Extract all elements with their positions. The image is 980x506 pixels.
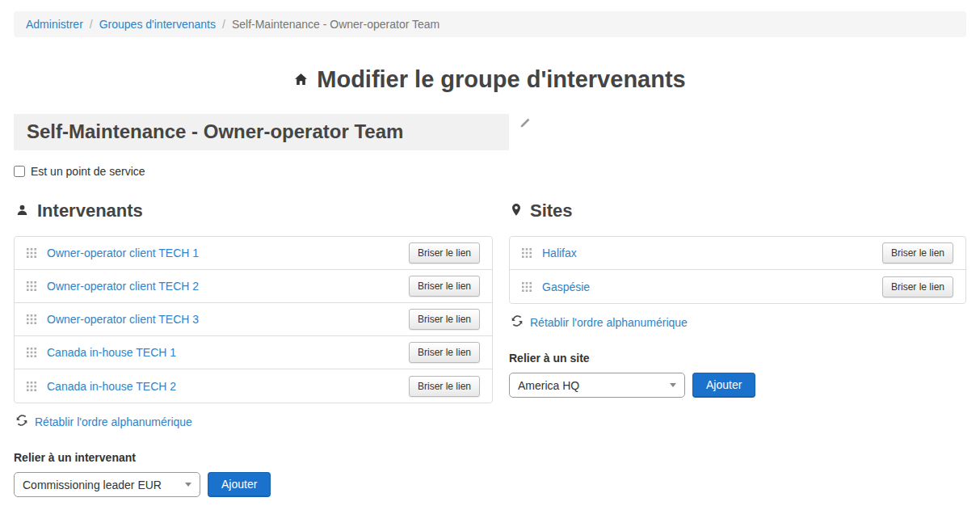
- sites-header: Sites: [509, 200, 966, 221]
- intervenant-link[interactable]: Canada in-house TECH 1: [47, 346, 176, 359]
- sites-title: Sites: [530, 200, 573, 221]
- sites-reset-order: Rétablir l'ordre alphanumérique: [509, 315, 966, 330]
- intervenant-select-wrap: Commissioning leader EUR: [14, 472, 200, 497]
- site-link[interactable]: Gaspésie: [542, 280, 590, 293]
- intervenant-select[interactable]: Commissioning leader EUR: [14, 472, 200, 497]
- intervenant-link[interactable]: Owner-operator client TECH 2: [47, 280, 199, 293]
- sites-list: Halifax Briser le lien Gaspésie Briser l…: [509, 236, 966, 304]
- unlink-button[interactable]: Briser le lien: [409, 276, 480, 297]
- map-pin-icon: [511, 200, 521, 221]
- drag-handle-icon[interactable]: [27, 281, 36, 291]
- unlink-button[interactable]: Briser le lien: [409, 376, 480, 397]
- add-intervenant-button[interactable]: Ajouter: [208, 472, 271, 497]
- intervenants-title: Intervenants: [37, 200, 143, 221]
- pencil-icon[interactable]: [519, 117, 531, 133]
- relier-intervenant-label: Relier à un intervenant: [14, 451, 493, 464]
- intervenant-row: Canada in-house TECH 1 Briser le lien: [15, 336, 492, 369]
- site-select-wrap: America HQ: [509, 373, 685, 398]
- sites-reset-order-link[interactable]: Rétablir l'ordre alphanumérique: [530, 316, 688, 329]
- site-select[interactable]: America HQ: [509, 373, 685, 398]
- unlink-button[interactable]: Briser le lien: [409, 242, 480, 264]
- unlink-button[interactable]: Briser le lien: [882, 276, 953, 297]
- add-site-button[interactable]: Ajouter: [692, 373, 755, 398]
- refresh-icon: [16, 415, 27, 429]
- service-point-checkbox[interactable]: [14, 166, 25, 177]
- drag-handle-icon[interactable]: [27, 382, 36, 391]
- person-icon: [16, 200, 28, 221]
- drag-handle-icon[interactable]: [522, 248, 532, 258]
- group-name-section: Self-Maintenance - Owner-operator Team: [14, 114, 966, 150]
- intervenant-row: Owner-operator client TECH 2 Briser le l…: [15, 270, 492, 303]
- service-point-label: Est un point de service: [31, 165, 145, 178]
- unlink-button[interactable]: Briser le lien: [409, 309, 480, 330]
- drag-handle-icon[interactable]: [27, 348, 36, 357]
- drag-handle-icon[interactable]: [27, 314, 36, 324]
- group-name[interactable]: Self-Maintenance - Owner-operator Team: [14, 114, 509, 150]
- drag-handle-icon[interactable]: [27, 248, 36, 258]
- intervenants-section: Intervenants Owner-operator client TECH …: [14, 200, 493, 497]
- intervenant-link[interactable]: Owner-operator client TECH 3: [47, 313, 199, 326]
- add-intervenant-row: Commissioning leader EUR Ajouter: [14, 472, 493, 497]
- intervenant-row: Owner-operator client TECH 3 Briser le l…: [15, 303, 492, 336]
- drag-handle-icon[interactable]: [522, 282, 532, 292]
- breadcrumb-separator: /: [222, 18, 225, 31]
- page-title: Modifier le groupe d'intervenants: [14, 66, 966, 93]
- intervenant-link[interactable]: Canada in-house TECH 2: [47, 380, 176, 393]
- page-title-text: Modifier le groupe d'intervenants: [317, 66, 685, 93]
- refresh-icon: [511, 315, 523, 330]
- home-icon: [294, 73, 308, 86]
- breadcrumb-separator: /: [90, 18, 93, 31]
- intervenants-list: Owner-operator client TECH 1 Briser le l…: [14, 236, 493, 403]
- site-row: Halifax Briser le lien: [510, 237, 965, 270]
- unlink-button[interactable]: Briser le lien: [409, 342, 480, 363]
- sites-section: Sites Halifax Briser le lien: [509, 200, 966, 497]
- unlink-button[interactable]: Briser le lien: [882, 242, 953, 264]
- add-site-row: America HQ Ajouter: [509, 373, 966, 398]
- intervenants-reset-order: Rétablir l'ordre alphanumérique: [14, 415, 493, 429]
- breadcrumb-current: Self-Maintenance - Owner-operator Team: [232, 18, 440, 31]
- intervenant-row: Owner-operator client TECH 1 Briser le l…: [15, 237, 492, 270]
- breadcrumb-link-administrer[interactable]: Administrer: [26, 18, 83, 31]
- relier-site-label: Relier à un site: [509, 352, 966, 365]
- intervenant-link[interactable]: Owner-operator client TECH 1: [47, 247, 199, 259]
- intervenants-header: Intervenants: [14, 200, 493, 221]
- site-link[interactable]: Halifax: [542, 247, 577, 259]
- breadcrumb: Administrer / Groupes d'intervenants / S…: [14, 11, 966, 37]
- site-row: Gaspésie Briser le lien: [510, 270, 965, 303]
- breadcrumb-link-groupes[interactable]: Groupes d'intervenants: [99, 18, 216, 31]
- intervenant-row: Canada in-house TECH 2 Briser le lien: [15, 369, 492, 403]
- service-point-row: Est un point de service: [14, 165, 966, 178]
- intervenants-reset-order-link[interactable]: Rétablir l'ordre alphanumérique: [35, 415, 192, 428]
